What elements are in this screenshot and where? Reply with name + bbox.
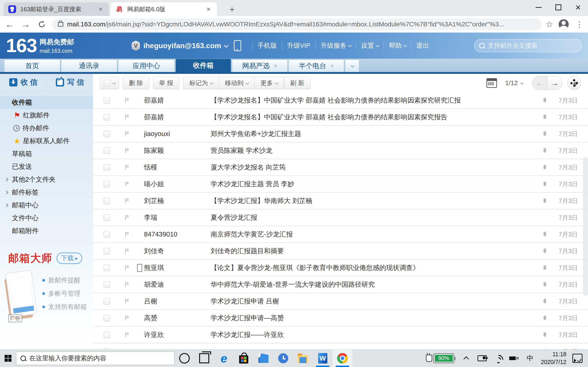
flag-icon[interactable] [124, 315, 130, 322]
email-checkbox[interactable] [104, 231, 110, 238]
folder-item[interactable]: 邮箱附件 [0, 225, 93, 237]
link-upgrade-vip[interactable]: 升级VIP [287, 41, 310, 50]
scrollbar-thumb[interactable] [583, 158, 588, 296]
browser-tab-baidu[interactable]: 163邮箱登录_百度搜索 [4, 2, 109, 16]
next-page-button[interactable] [547, 76, 562, 90]
window-close-button[interactable] [568, 0, 588, 15]
email-checkbox[interactable] [104, 248, 110, 254]
account-area[interactable]: V iheguoyifan@163.com [131, 40, 241, 51]
email-checkbox[interactable] [104, 181, 110, 187]
email-checkbox[interactable] [104, 198, 110, 204]
list-settings-button[interactable] [567, 76, 581, 90]
email-row[interactable]: 邵嘉婧 【学术沙龙报名】中国矿业大学 邵嘉婧 社会影响力债券的结果影响因素探究报… [93, 109, 588, 126]
chevron-down-icon[interactable] [224, 43, 229, 48]
email-checkbox[interactable] [104, 315, 110, 321]
task-view-button[interactable] [194, 350, 214, 367]
tab-close-icon[interactable] [97, 6, 104, 13]
email-row[interactable]: 许亚欣 学术沙龙汇报——许亚欣 7月3日 [93, 327, 588, 343]
flag-icon[interactable] [124, 164, 130, 171]
report-button[interactable]: 举 报 [153, 77, 180, 89]
reload-button[interactable] [35, 18, 48, 31]
bookmark-star-icon[interactable] [546, 19, 553, 29]
wifi-icon[interactable] [493, 355, 503, 362]
email-checkbox[interactable] [104, 215, 110, 221]
email-checkbox[interactable] [104, 114, 110, 120]
folder-item[interactable]: 已发送 [0, 160, 93, 173]
email-row[interactable]: 847439010 南京师范大学黄艺-沙龙汇报 7月3日 [93, 226, 588, 243]
flag-icon[interactable] [124, 131, 130, 137]
prev-page-button[interactable] [532, 76, 547, 90]
mail-logo[interactable]: 163 网易免费邮 mail.163.com [6, 37, 74, 54]
link-mobile-version[interactable]: 手机版 [258, 41, 277, 50]
mobile-phone-icon[interactable] [234, 40, 241, 51]
file-explorer-button[interactable] [293, 350, 313, 367]
store-button[interactable] [234, 350, 254, 367]
ime-indicator[interactable]: 中 [527, 354, 534, 363]
email-row[interactable]: 李瑞 夏令营沙龙汇报 7月3日 [93, 209, 588, 226]
folder-item[interactable]: 星标联系人邮件 [0, 135, 93, 148]
power-status-icon[interactable] [477, 355, 487, 361]
select-all-button[interactable] [100, 77, 119, 89]
tab-radio[interactable]: 半个电台 [288, 60, 344, 72]
email-row[interactable]: 熊亚琪 【论文】夏令营沙龙-熊亚琪《影子教育中教师职业倦怠感的现状调查》 7月3… [93, 260, 588, 276]
flag-icon[interactable] [124, 97, 130, 104]
email-checkbox[interactable] [104, 282, 110, 288]
receive-mail-button[interactable]: 收 信 [0, 74, 46, 91]
mark-as-button[interactable]: 标记为 [183, 77, 219, 89]
folder-item[interactable]: 待办邮件 [0, 122, 93, 135]
new-tab-button[interactable] [227, 5, 237, 14]
flag-icon[interactable] [124, 114, 130, 121]
page-url[interactable]: mail.163.com/js6/main.jsp?sid=YDgcmrLOdH… [67, 21, 504, 28]
flag-icon[interactable] [124, 231, 130, 238]
email-checkbox[interactable] [104, 298, 110, 305]
link-upgrade-services[interactable]: 升级服务 [321, 41, 351, 50]
windows-mail-button[interactable] [254, 350, 273, 367]
email-checkbox[interactable] [104, 131, 110, 137]
more-button[interactable]: 更多 [254, 77, 284, 89]
tab-yanxuan[interactable]: 网易严选 [232, 60, 288, 72]
email-row[interactable]: 刘佳奇 刘佳奇的汇报题目和摘要 7月3日 [93, 243, 588, 260]
folder-item[interactable]: 其他2个文件夹 [0, 173, 93, 186]
browser-tab-mail[interactable]: 易 网易邮箱6.0版 [111, 2, 217, 16]
email-checkbox[interactable] [104, 332, 110, 338]
email-checkbox[interactable] [104, 97, 110, 104]
tab-home[interactable]: 首页 [4, 60, 60, 72]
browser-menu-icon[interactable] [575, 20, 584, 29]
email-checkbox[interactable] [104, 148, 110, 154]
taskbar-clock[interactable]: 11:18 2020/7/12 [541, 350, 566, 366]
tab-inbox[interactable]: 收件箱 [175, 59, 231, 72]
folder-item[interactable]: 文件中心 [0, 212, 93, 225]
link-logout[interactable]: 退出 [416, 41, 429, 50]
folder-item[interactable]: 红旗邮件 [0, 109, 93, 122]
back-button[interactable] [3, 18, 16, 31]
address-bar[interactable]: mail.163.com/js6/main.jsp?sid=YDgcmrLOdH… [52, 18, 542, 30]
email-row[interactable]: 7月3日 [93, 343, 588, 350]
flag-icon[interactable] [124, 248, 130, 255]
flag-icon[interactable] [124, 281, 130, 288]
link-help[interactable]: 帮助 [389, 41, 406, 50]
flag-icon[interactable] [124, 298, 130, 305]
calendar-icon[interactable] [486, 78, 497, 88]
alarms-button[interactable] [273, 350, 293, 367]
delete-button[interactable]: 删 除 [123, 77, 149, 89]
flag-icon[interactable] [124, 181, 130, 188]
mail-master-ad[interactable]: 邮箱大师 下载 新邮件提醒 多帐号管理 支持所有邮箱 广告 [8, 251, 93, 316]
tab-app-center[interactable]: 应用中心 [118, 60, 174, 72]
window-minimize-button[interactable] [529, 0, 548, 15]
tab-overflow-button[interactable] [345, 60, 359, 72]
browser-profile-avatar[interactable] [559, 19, 569, 29]
folder-item[interactable]: 邮件标签 [0, 186, 93, 199]
folder-item[interactable]: 草稿箱 [0, 148, 93, 160]
email-row[interactable]: 高赟 学术沙龙汇报申请—高赟 7月3日 [93, 310, 588, 327]
lock-icon[interactable] [58, 22, 63, 27]
ad-download-button[interactable]: 下载 [57, 252, 82, 264]
forward-button[interactable] [19, 18, 32, 31]
start-button[interactable] [0, 355, 16, 362]
select-all-checkbox[interactable] [104, 80, 110, 86]
email-checkbox[interactable] [104, 164, 110, 171]
folder-item[interactable]: 收件箱 [0, 96, 93, 109]
folder-item[interactable]: 邮箱中心 [0, 199, 93, 212]
refresh-button[interactable]: 刷 新 [284, 77, 311, 89]
chrome-button[interactable] [333, 350, 352, 367]
cortana-button[interactable] [174, 350, 194, 367]
